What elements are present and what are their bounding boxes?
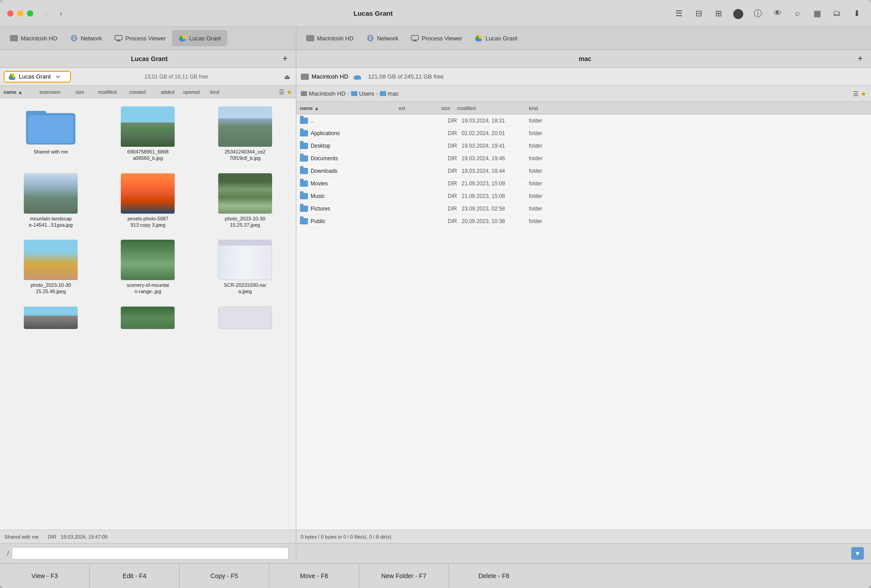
folder-breadcrumb-icon — [351, 91, 357, 96]
path-bar: / ▼ — [0, 543, 871, 563]
right-pane-add-button[interactable]: + — [855, 53, 866, 64]
view-list-icon[interactable]: ☰ — [279, 88, 285, 96]
file-row-downloads[interactable]: Downloads DIR 19.03.2024, 18:44 folder — [296, 165, 871, 177]
right-tab-process-viewer[interactable]: Process Viewer — [405, 30, 468, 46]
rcol-kind[interactable]: kind — [525, 105, 561, 111]
toggle-icon[interactable]: ⬤ — [731, 6, 745, 21]
file-row-kind-pictures: folder — [529, 206, 565, 212]
copy-button-label: Copy - F5 — [211, 572, 238, 579]
view-button[interactable]: View - F3 — [0, 564, 90, 588]
download-icon[interactable]: ⬇ — [849, 6, 864, 21]
folder-icon-applications — [300, 130, 308, 136]
left-eject-button[interactable]: ⏏ — [282, 71, 292, 82]
file-item-mountain-snow[interactable]: mountain-landscape-14541...51gxa.jpg — [4, 170, 97, 232]
file-row-dotdot[interactable]: .. DIR 19.03.2024, 18:31 folder — [296, 114, 871, 127]
left-tab-lucas-grant[interactable]: Lucas Grant — [172, 30, 227, 46]
minimize-button[interactable] — [17, 10, 23, 17]
rcol-size[interactable]: size — [422, 105, 453, 111]
breadcrumb-mac[interactable]: mac — [380, 90, 399, 97]
file-row-desktop[interactable]: Desktop DIR 19.03.2024, 19:41 folder — [296, 140, 871, 152]
file-item-partial3[interactable] — [199, 303, 291, 333]
maximize-button[interactable] — [27, 10, 33, 17]
file-row-modified-music: 21.09.2023, 15:08 — [457, 193, 529, 199]
right-tab-network[interactable]: Network — [360, 30, 405, 46]
file-row-pictures[interactable]: Pictures DIR 23.09.2023, 02:58 folder — [296, 202, 871, 215]
right-dropdown-arrow[interactable]: ▼ — [851, 547, 864, 560]
file-item-img2[interactable]: 25341240344_ce270f19c8_b.jpg — [199, 103, 291, 165]
file-row-documents[interactable]: Documents DIR 19.03.2024, 19:46 folder — [296, 152, 871, 165]
svg-rect-4 — [117, 40, 120, 41]
col-extension[interactable]: extension — [36, 89, 72, 95]
left-status-bar: Shared with me DIR 19.03.2024, 19:47:09 — [0, 530, 296, 543]
file-row-size-movies: DIR — [426, 180, 457, 187]
file-row-name-movies: Movies — [311, 180, 328, 187]
file-row-movies[interactable]: Movies DIR 21.09.2023, 15:09 folder — [296, 177, 871, 190]
right-view-list-icon[interactable]: ☰ — [853, 90, 859, 97]
left-tab-process-viewer[interactable]: Process Viewer — [108, 30, 172, 46]
folder-icon[interactable]: 🗂 — [830, 6, 844, 21]
svg-rect-14 — [414, 40, 416, 41]
col-modified[interactable]: modified — [94, 89, 126, 95]
folder-icon-documents — [300, 155, 308, 162]
close-button[interactable] — [7, 10, 13, 17]
rcol-name[interactable]: name ▲ — [296, 105, 395, 111]
new-folder-button[interactable]: New Folder - F7 — [359, 564, 449, 588]
left-path-input[interactable] — [12, 547, 289, 560]
file-item-beach[interactable]: photo_2023-10-3015.25.48.jpeg — [4, 236, 97, 298]
list-view-icon[interactable]: ☰ — [672, 6, 686, 21]
left-location-bar: Lucas Grant 13,01 GB of 16,11 GB free ⏏ — [0, 68, 296, 86]
network-tab-icon-r — [366, 35, 374, 41]
preview-icon[interactable]: 👁 — [770, 6, 785, 21]
col-name[interactable]: name ▲ — [0, 89, 36, 95]
breadcrumb-users[interactable]: Users — [351, 90, 374, 97]
search-icon[interactable]: ⌕ — [790, 6, 805, 21]
breadcrumb-sep-1: › — [348, 91, 349, 97]
file-row-public[interactable]: Public DIR 20.09.2023, 10:38 folder — [296, 215, 871, 228]
right-tab-macintosh-hd[interactable]: Macintosh HD — [300, 30, 360, 46]
file-item-shared-with-me[interactable]: Shared with me — [4, 103, 97, 165]
file-item-partial1[interactable] — [4, 303, 97, 333]
file-item-partial2[interactable] — [101, 303, 194, 333]
info-icon[interactable]: ⓘ — [751, 6, 765, 21]
col-created[interactable]: created — [126, 89, 157, 95]
left-tab-macintosh-hd[interactable]: Macintosh HD — [4, 30, 64, 46]
rcol-modified[interactable]: modified — [453, 105, 525, 111]
col-opened[interactable]: opened — [180, 89, 207, 95]
left-tab-network[interactable]: Network — [64, 30, 109, 46]
compress-icon[interactable]: ▦ — [810, 6, 824, 21]
file-item-mountain3[interactable]: photo_2023-10-3015.25.37.jpeg — [199, 170, 291, 232]
right-tab-lucas-grant-label: Lucas Grant — [485, 35, 517, 42]
view-fav-icon[interactable]: ★ — [286, 88, 292, 96]
hd-tab-icon — [10, 35, 18, 41]
move-button[interactable]: Move - F6 — [269, 564, 359, 588]
delete-button[interactable]: Delete - F8 — [449, 564, 539, 588]
right-tab-lucas-grant[interactable]: Lucas Grant — [468, 30, 523, 46]
back-button[interactable]: ‹ — [40, 7, 53, 20]
left-tab-macintosh-hd-label: Macintosh HD — [21, 35, 57, 42]
col-added[interactable]: added — [157, 89, 180, 95]
file-row-name-downloads: Downloads — [311, 168, 337, 174]
file-item-screenshot[interactable]: SCR-20231030-nsra.jpeg — [199, 236, 291, 298]
file-name-shared-with-me: Shared with me — [34, 149, 68, 155]
rcol-ext[interactable]: ext — [395, 105, 422, 111]
right-location-dropdown[interactable]: Macintosh HD — [312, 73, 348, 80]
file-row-applications[interactable]: Applications DIR 02.02.2024, 20:01 folde… — [296, 127, 871, 140]
file-item-sunset[interactable]: pexels-photo-5687913 copy 3.jpeg — [101, 170, 194, 232]
col-kind[interactable]: kind — [207, 89, 229, 95]
file-row-music[interactable]: Music DIR 21.09.2023, 15:08 folder — [296, 190, 871, 202]
file-row-name-music: Music — [311, 193, 325, 199]
folder-icon-music — [300, 193, 308, 199]
col-size[interactable]: size — [72, 89, 94, 95]
edit-button[interactable]: Edit - F4 — [90, 564, 180, 588]
folder-large-icon — [26, 106, 75, 147]
left-pane-add-button[interactable]: + — [280, 53, 290, 64]
grid-view-icon[interactable]: ⊞ — [711, 6, 726, 21]
copy-button[interactable]: Copy - F5 — [180, 564, 269, 588]
columns-view-icon[interactable]: ⊟ — [691, 6, 706, 21]
file-item-scenery[interactable]: scenery-of-mountain-range-.jpg — [101, 236, 194, 298]
file-item-img1[interactable]: 6904758951_6868a06560_b.jpg — [101, 103, 194, 165]
right-view-fav-icon[interactable]: ★ — [861, 90, 867, 97]
left-location-dropdown[interactable]: Lucas Grant — [4, 71, 71, 83]
breadcrumb-macintosh-hd[interactable]: Macintosh HD — [301, 90, 346, 97]
forward-button[interactable]: › — [55, 7, 67, 20]
